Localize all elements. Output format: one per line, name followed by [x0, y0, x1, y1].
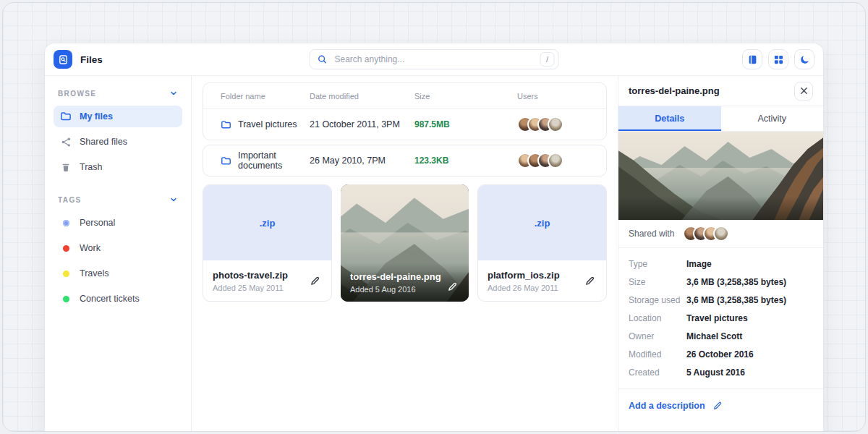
column-header-size: Size — [414, 92, 517, 101]
file-cards-row: .zip photos-travel.zip Added 25 May 2011 — [203, 184, 607, 302]
field-value: 5 August 2016 — [686, 367, 745, 378]
close-icon — [800, 87, 808, 95]
field-modified: Modified 26 October 2016 — [629, 345, 813, 363]
moon-icon — [799, 54, 810, 65]
browse-nav: My files Shared files — [54, 106, 182, 178]
field-value: 3,6 MB (3,258,385 bytes) — [686, 277, 786, 287]
sidebar-item-label: Shared files — [80, 137, 127, 147]
search-shortcut-key: / — [540, 52, 555, 67]
file-name: torres-del-paine.png — [350, 271, 441, 282]
field-created: Created 5 August 2016 — [629, 363, 813, 381]
search-input[interactable] — [333, 54, 535, 65]
tag-item-work[interactable]: Work — [54, 237, 182, 259]
field-value: Image — [686, 259, 712, 269]
column-header-folder-name: Folder name — [221, 92, 310, 101]
browse-section-header[interactable]: BROWSE — [54, 88, 182, 99]
tag-item-concert-tickets[interactable]: Concert tickets — [54, 288, 182, 310]
field-owner: Owner Michael Scott — [629, 327, 813, 345]
table-row-travel-pictures[interactable]: Travel pictures 21 October 2011, 3PM 987… — [203, 109, 606, 140]
tag-label: Concert tickets — [80, 294, 140, 304]
files-app-window: Files / — [44, 43, 824, 431]
browse-section-label: BROWSE — [58, 90, 96, 98]
mountain-photo-preview — [618, 132, 823, 220]
avatar — [713, 226, 729, 242]
grid-view-icon — [773, 54, 784, 65]
file-image-preview — [618, 132, 823, 220]
tab-details[interactable]: Details — [618, 106, 721, 131]
date-modified: 26 May 2010, 7PM — [310, 156, 414, 166]
page-background: Files / — [2, 2, 866, 432]
search-bar[interactable]: / — [310, 49, 559, 69]
field-value: Michael Scott — [686, 331, 742, 341]
tag-color-dot — [63, 296, 69, 302]
dark-mode-toggle[interactable] — [794, 49, 814, 69]
field-storage-used: Storage used 3,6 MB (3,258,385 bytes) — [629, 291, 813, 309]
field-type: Type Image — [629, 255, 813, 273]
sidebar-item-label: My files — [80, 111, 113, 122]
rename-file-button[interactable] — [308, 274, 322, 288]
sidebar-item-label: Trash — [80, 162, 103, 172]
app-header: Files / — [45, 43, 823, 76]
share-icon — [60, 137, 72, 148]
sidebar-item-shared-files[interactable]: Shared files — [54, 131, 182, 153]
book-icon — [747, 54, 758, 65]
field-value: 3,6 MB (3,258,385 bytes) — [686, 295, 786, 305]
tag-color-dot — [63, 220, 69, 226]
folder-name: Important documents — [238, 150, 310, 171]
file-search-icon — [58, 54, 69, 65]
column-header-date-modified: Date modified — [310, 92, 414, 101]
field-label: Location — [629, 313, 686, 323]
tag-item-travels[interactable]: Travels — [54, 263, 182, 284]
field-label: Modified — [629, 349, 686, 359]
users-avatar-group — [517, 116, 606, 132]
folders-table-row-2: Important documents 26 May 2010, 7PM 123… — [203, 145, 607, 176]
tag-label: Personal — [80, 218, 115, 228]
tag-color-dot — [63, 271, 69, 277]
search-icon — [318, 54, 328, 64]
tab-activity[interactable]: Activity — [721, 106, 824, 131]
field-value: 26 October 2016 — [686, 349, 754, 359]
app-logo[interactable] — [54, 50, 72, 69]
folders-table: Folder name Date modified Size Users Tra… — [203, 82, 607, 140]
folder-icon — [221, 156, 231, 166]
zip-extension-label: .zip — [535, 218, 550, 229]
file-added-date: Added 26 May 2011 — [488, 284, 560, 292]
file-list-area: Folder name Date modified Size Users Tra… — [192, 76, 618, 431]
notebook-button[interactable] — [742, 49, 762, 69]
folder-icon — [60, 111, 72, 122]
file-details-panel: torres-del-paine.png Details Activity Sh… — [618, 76, 823, 431]
grid-view-button[interactable] — [768, 49, 788, 69]
sidebar-item-trash[interactable]: Trash — [54, 156, 182, 178]
folder-size: 987.5MB — [414, 119, 517, 129]
tags-section-header[interactable]: TAGS — [54, 194, 182, 205]
rename-file-button[interactable] — [583, 274, 597, 288]
header-actions — [742, 49, 814, 69]
avatar — [548, 153, 563, 169]
chevron-down-icon — [169, 89, 178, 98]
sidebar-item-my-files[interactable]: My files — [54, 106, 182, 127]
tag-label: Work — [80, 243, 101, 253]
pencil-icon — [711, 399, 724, 412]
pencil-icon — [584, 276, 595, 286]
add-description-button[interactable]: Add a description — [618, 389, 823, 422]
file-card-torres-del-paine[interactable]: torres-del-paine.png Added 5 Aug 2016 — [341, 184, 469, 302]
zip-extension-label: .zip — [260, 218, 276, 229]
pencil-icon — [310, 276, 320, 286]
file-card-photos-travel-zip[interactable]: .zip photos-travel.zip Added 25 May 2011 — [203, 184, 332, 302]
zip-thumbnail: .zip — [203, 185, 331, 260]
rename-file-button[interactable] — [446, 280, 459, 294]
tags-section: TAGS Personal Work — [54, 194, 182, 310]
chevron-down-icon — [169, 195, 178, 204]
folder-size: 123.3KB — [414, 156, 517, 166]
shared-avatar-group[interactable] — [683, 226, 729, 242]
file-card-platform-ios-zip[interactable]: .zip platform_ios.zip Added 26 May 2011 — [477, 184, 607, 302]
close-panel-button[interactable] — [794, 82, 813, 101]
table-row-important-documents[interactable]: Important documents 26 May 2010, 7PM 123… — [203, 145, 606, 176]
table-header-row: Folder name Date modified Size Users — [203, 83, 606, 109]
tag-color-dot — [63, 245, 69, 252]
tag-item-personal[interactable]: Personal — [54, 212, 182, 234]
avatar — [548, 116, 563, 132]
field-location: Location Travel pictures — [629, 309, 813, 327]
field-label: Created — [629, 367, 686, 378]
tag-label: Travels — [80, 268, 109, 278]
